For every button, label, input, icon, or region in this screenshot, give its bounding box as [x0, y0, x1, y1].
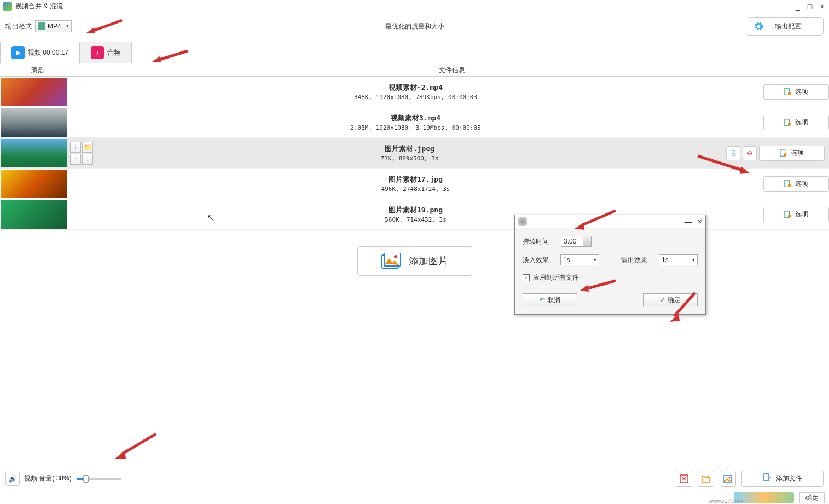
dialog-cancel-button[interactable]: ↶ 取消 [523, 293, 577, 306]
svg-point-5 [784, 153, 786, 156]
row-tools: i 📁 ↑ ↓ [70, 142, 93, 165]
dialog-minimize-button[interactable]: — [685, 217, 692, 226]
options-button[interactable]: 选项 [759, 146, 825, 161]
fadeout-select[interactable]: 1s [659, 254, 698, 265]
info-button[interactable]: i [70, 142, 81, 153]
duration-input[interactable]: 3.00 ▲▼ [561, 236, 592, 247]
thumbnail [1, 200, 67, 229]
clear-list-button[interactable] [676, 471, 692, 487]
volume-label: 视频 音量( 38%) [24, 474, 72, 483]
dialog-ok-button[interactable]: ✓ 确定 [643, 293, 698, 306]
options-icon [780, 149, 787, 157]
window-controls: _ □ × [794, 3, 826, 10]
duration-dialog: — × 持续时间 3.00 ▲▼ 淡入效果 1s 淡出效果 1s ✓ 应用到所有… [514, 215, 706, 315]
output-format-select[interactable]: MP4 [35, 20, 72, 32]
copy-button[interactable]: ⎘ [726, 146, 740, 160]
add-file-button[interactable]: 添加文件 [741, 471, 824, 487]
output-config-button[interactable]: 输出配置 [747, 17, 824, 36]
column-headers: 预览 文件信息 [0, 63, 829, 77]
dialog-close-button[interactable]: × [698, 217, 702, 226]
gear-icon [753, 21, 764, 32]
svg-point-15 [729, 477, 731, 478]
minimize-button[interactable]: _ [794, 3, 802, 10]
file-meta: 2.03M, 1920x1080, 3.19Mbps, 00:00:05 [68, 124, 763, 131]
add-file-label: 添加文件 [776, 474, 802, 483]
file-row-selected[interactable]: i 📁 ↑ ↓ 图片素材.jpeg 73K, 889x500, 3s ⎘ ⊖ 选… [0, 138, 829, 169]
options-icon [784, 88, 792, 96]
add-folder-button[interactable] [698, 471, 714, 487]
bottom-bar: 🔊 视频 音量( 38%) 添加文件 [0, 467, 829, 490]
options-label: 选项 [795, 210, 808, 219]
fadeout-value: 1s [662, 256, 669, 264]
speaker-icon[interactable]: 🔊 [5, 472, 20, 486]
options-button[interactable]: 选项 [763, 176, 829, 192]
dialog-body: 持续时间 3.00 ▲▼ 淡入效果 1s 淡出效果 1s ✓ 应用到所有文件 ↶… [515, 228, 705, 314]
apply-all-checkbox[interactable]: ✓ [523, 274, 530, 281]
file-meta: 348K, 1920x1080, 789Kbps, 00:00:03 [68, 94, 763, 101]
options-button[interactable]: 选项 [763, 115, 829, 130]
file-row[interactable]: 视频素材~2.mp4 348K, 1920x1080, 789Kbps, 00:… [0, 77, 829, 107]
options-icon [784, 180, 792, 188]
check-icon: ✓ [660, 296, 665, 304]
add-image-small-button[interactable] [720, 471, 736, 487]
quality-text: 最优化的质量和大小 [385, 22, 444, 31]
thumbnail [1, 139, 67, 167]
duration-value: 3.00 [564, 237, 576, 245]
fadein-select[interactable]: 1s [560, 254, 599, 265]
app-icon [3, 2, 12, 11]
dialog-cancel-label: 取消 [547, 296, 560, 305]
top-config-row: 输出格式 MP4 最优化的质量和大小 输出配置 [0, 13, 829, 39]
output-config-label: 输出配置 [775, 22, 801, 31]
duration-label: 持续时间 [523, 237, 555, 246]
dialog-titlebar[interactable]: — × [515, 215, 705, 228]
annotation-arrow [115, 431, 159, 459]
thumbnail [1, 170, 67, 198]
close-button[interactable]: × [818, 3, 826, 10]
column-preview: 预览 [0, 63, 74, 76]
file-info: 视频素材~2.mp4 348K, 1920x1080, 789Kbps, 00:… [68, 83, 763, 101]
file-row[interactable]: 视频素材3.mp4 2.03M, 1920x1080, 3.19Mbps, 00… [0, 107, 829, 138]
add-image-button[interactable]: 添加图片 [357, 246, 472, 276]
slider-track [77, 478, 84, 480]
svg-line-29 [121, 434, 156, 454]
svg-marker-28 [670, 314, 680, 322]
file-info: 图片素材.jpeg 73K, 889x500, 3s [93, 144, 726, 162]
file-name: 图片素材.jpeg [93, 144, 726, 154]
dialog-ok-label: 确定 [668, 296, 681, 305]
file-row[interactable]: 图片素材17.jpg 496K, 2748x1724, 3s 选项 [0, 169, 829, 199]
options-button[interactable]: 选项 [763, 207, 829, 222]
play-icon: ▶ [11, 46, 25, 59]
tab-video-label: 视频 00:00:17 [28, 48, 68, 57]
move-up-button[interactable]: ↑ [70, 154, 81, 165]
move-down-button[interactable]: ↓ [82, 154, 93, 165]
undo-icon: ↶ [540, 296, 545, 304]
thumbnail [1, 108, 67, 137]
svg-rect-16 [764, 474, 769, 480]
fadeout-label: 淡出效果 [621, 256, 653, 265]
row-actions: ⎘ ⊖ 选项 [726, 146, 825, 161]
options-icon [784, 119, 792, 126]
file-name: 图片素材19.png [68, 205, 763, 215]
file-name: 图片素材17.jpg [68, 175, 763, 184]
volume-slider[interactable] [77, 478, 121, 480]
tab-audio[interactable]: ♪ 音频 [79, 42, 132, 63]
remove-button[interactable]: ⊖ [743, 146, 757, 160]
image-icon [381, 253, 401, 269]
window-title: 视频合并 & 混流 [15, 2, 794, 11]
options-label: 选项 [795, 179, 808, 188]
fadein-label: 淡入效果 [523, 256, 555, 265]
titlebar: 视频合并 & 混流 _ □ × [0, 0, 829, 13]
ok-mini-button[interactable]: 确定 [799, 492, 825, 503]
options-button[interactable]: 选项 [763, 84, 829, 100]
site-url: www.xz7.com [709, 498, 743, 504]
tabs: ▶ 视频 00:00:17 ♪ 音频 [0, 42, 829, 63]
dialog-app-icon [518, 217, 527, 226]
file-meta: 73K, 889x500, 3s [93, 155, 726, 162]
maximize-button[interactable]: □ [806, 3, 814, 10]
file-name: 视频素材~2.mp4 [68, 83, 763, 92]
slider-thumb[interactable] [83, 475, 89, 483]
tab-video[interactable]: ▶ 视频 00:00:17 [0, 42, 80, 63]
folder-button[interactable]: 📁 [82, 142, 93, 153]
spinner-arrows-icon[interactable]: ▲▼ [586, 237, 590, 246]
music-icon: ♪ [91, 46, 104, 59]
